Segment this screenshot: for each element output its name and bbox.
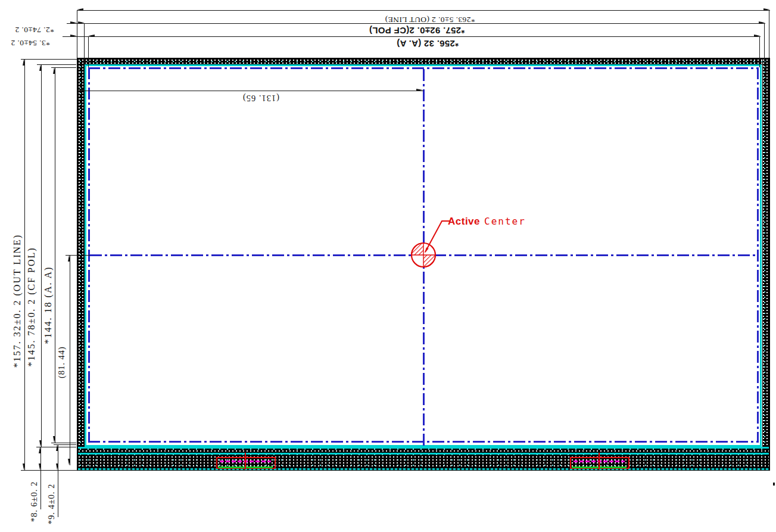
dim-line-cfpol-height [41, 64, 42, 447]
bezel-stipple-top [78, 59, 769, 64]
arrowhead [77, 8, 83, 11]
dim-text-aa-height: *144. 18 (A. A) [43, 266, 53, 344]
dim-text-center-offset: (131. 65) [242, 94, 279, 103]
active-center-label: Active Center [448, 216, 526, 228]
arrowhead [53, 67, 55, 74]
bezel-stipple-right [762, 59, 769, 468]
extension-line [51, 443, 76, 443]
dim-line-bottom-gap2 [58, 444, 58, 517]
arrowhead [68, 255, 70, 262]
hatched-quadrant-bottomright [423, 255, 435, 267]
dim-text-half-height: (81. 44) [57, 346, 66, 378]
engineering-drawing-canvas: Active Center *263. 5±0. 2 (OUT LINE) *2… [0, 0, 776, 532]
dim-line-aa-height [55, 67, 55, 443]
extension-line [37, 64, 76, 65]
arrowhead [23, 463, 25, 470]
dim-line-bottom-gap1 [40, 447, 41, 509]
dim-text-edge-gap-cf: *2. 74±0. 2 [15, 26, 54, 34]
arrowhead [39, 447, 41, 453]
extension-line [84, 23, 85, 64]
bezel-mid-cyan-line [78, 453, 769, 455]
extension-line [21, 59, 77, 60]
active-center-word-light: Center [484, 216, 526, 227]
dim-text-cfpol-height: *145. 78±0. 2 (CF POL) [27, 247, 36, 366]
arrowhead [53, 436, 55, 443]
dim-line-aa-width [63, 36, 761, 37]
arrowhead [70, 21, 77, 24]
dim-text-bottom-gap1: *8. 6±0. 2 [30, 481, 39, 522]
extension-line [77, 10, 77, 58]
extension-line [769, 10, 769, 58]
arrowhead [416, 89, 423, 91]
fpc-centerline-right [599, 453, 600, 469]
dim-text-cfpol-width: *257. 92±0. 2(CF POL) [369, 26, 465, 35]
dim-text-aa-width: *256. 32 (A. A) [397, 39, 459, 48]
dim-text-outline-height: *157. 32±0. 2 (OUT LINE) [13, 234, 22, 368]
extension-line [764, 23, 765, 64]
aa-border-right [757, 67, 759, 443]
arrowhead [56, 463, 58, 470]
arrowhead [56, 444, 58, 451]
dim-line-outline-width [77, 10, 770, 11]
extension-line [759, 36, 760, 67]
arrowhead [23, 59, 25, 66]
dim-line-center-offset [77, 91, 423, 91]
dim-line-half-height [70, 255, 70, 465]
dim-text-outline-width: *263. 5±0. 2 (OUT LINE) [385, 15, 475, 24]
hatched-quadrant-topleft [412, 243, 423, 255]
extension-line [88, 36, 89, 67]
bezel-stipple-bottom [78, 447, 769, 468]
arrowhead [77, 89, 84, 91]
arrowhead [70, 35, 77, 37]
bezel-bottom-cyan-dotted [78, 468, 769, 470]
arrowhead [88, 35, 95, 37]
arrowhead [68, 459, 70, 465]
dim-text-bottom-gap2: *9. 4±0. 2 [47, 484, 56, 525]
active-center-word-bold: Active [448, 216, 480, 228]
dim-line-outline-height [24, 59, 25, 470]
arrowhead [39, 440, 42, 447]
stray-mark [773, 483, 775, 486]
bezel-stipple-left [78, 59, 85, 468]
extension-line [21, 470, 77, 471]
fpc-centerline-left [245, 453, 247, 469]
dim-text-edge-gap-aa: *3. 54±0. 2 [11, 39, 50, 47]
arrowhead [39, 64, 42, 71]
arrowhead [39, 463, 41, 470]
